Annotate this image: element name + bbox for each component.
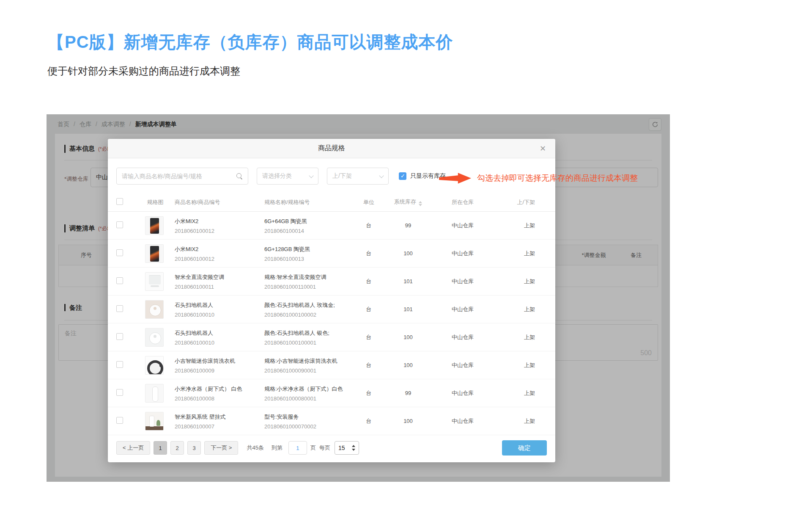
search-icon[interactable]: [236, 173, 243, 179]
page-button-2[interactable]: 2: [170, 441, 184, 455]
warehouse-value: 中山仓库: [431, 362, 494, 369]
shelf-status-value: 上架: [494, 222, 547, 229]
row-checkbox[interactable]: [116, 221, 123, 228]
page-buttons: 123: [154, 441, 204, 455]
spec-name: 颜色:石头扫地机器人 银色;: [264, 329, 347, 337]
product-spec-modal: 商品规格 ✕ 请选择分类 上/下架 只显示有库存 规格图 商品名称/商品编号 规…: [108, 139, 555, 462]
thumbnail-cell: [136, 384, 175, 403]
row-checkbox[interactable]: [116, 361, 123, 368]
stock-value: 99: [385, 222, 431, 229]
row-checkbox[interactable]: [116, 417, 123, 424]
unit-value: 台: [352, 306, 385, 313]
per-page-label: 每页: [319, 444, 330, 452]
product-cell: 小米净水器（厨下式） 白色 2018060100008: [175, 385, 264, 402]
stock-value: 100: [385, 362, 431, 368]
thumbnail-cell: [136, 244, 175, 263]
product-thumbnail: [145, 412, 164, 431]
col-unit: 单位: [352, 199, 385, 206]
prev-page-button[interactable]: < 上一页: [116, 441, 150, 455]
row-checkbox-cell: [116, 361, 136, 369]
shelf-status-value: 上架: [494, 250, 547, 257]
product-name: 智米新风系统 壁挂式: [175, 413, 264, 421]
spec-name: 规格:小米净水器（厨下式）白色: [264, 385, 347, 393]
thumbnail-cell: [136, 300, 175, 319]
thumbnail-cell: [136, 412, 175, 431]
page-subtitle: 便于针对部分未采购过的商品进行成本调整: [47, 64, 240, 78]
row-checkbox[interactable]: [116, 249, 123, 256]
chevron-down-icon: [379, 173, 384, 178]
unit-value: 台: [352, 389, 385, 397]
confirm-button[interactable]: 确定: [502, 440, 547, 456]
stock-value: 101: [385, 278, 431, 284]
col-stock: 系统库存: [394, 199, 416, 205]
chevron-down-icon: [309, 173, 313, 178]
product-thumbnail: [145, 300, 164, 319]
row-checkbox-cell: [116, 249, 136, 257]
spec-code: 2018060100013: [264, 256, 347, 262]
thumbnail-cell: [136, 356, 175, 375]
product-cell: 小吉智能迷你滚筒洗衣机 2018060100009: [175, 357, 264, 374]
product-name: 小米MIX2: [175, 217, 264, 225]
spec-code: 20180601000080001: [264, 395, 347, 402]
row-checkbox[interactable]: [116, 333, 123, 340]
spec-cell: 规格:智米全直流变频空调 20180601000110001: [264, 273, 352, 290]
product-thumbnail: [145, 272, 164, 291]
unit-value: 台: [352, 417, 385, 425]
product-name: 小米净水器（厨下式） 白色: [175, 385, 264, 393]
goto-page-input[interactable]: [288, 441, 307, 455]
close-icon[interactable]: ✕: [537, 139, 549, 158]
table-row: 小米MIX2 2018060100012 6G+128GB 陶瓷黑 201806…: [108, 240, 555, 268]
next-page-button[interactable]: 下一页 >: [204, 441, 238, 455]
shelf-status-value: 上架: [494, 362, 547, 369]
warehouse-value: 中山仓库: [431, 417, 494, 425]
product-name: 小米MIX2: [175, 245, 264, 253]
col-warehouse: 所在仓库: [431, 199, 494, 206]
stock-value: 101: [385, 306, 431, 312]
product-thumbnail: [145, 244, 164, 263]
spec-cell: 型号:安装服务 20180601000070002: [264, 413, 352, 430]
spec-name: 规格:小吉智能迷你滚筒洗衣机: [264, 357, 347, 365]
product-cell: 石头扫地机器人 2018060100010: [175, 329, 264, 346]
table-row: 智米新风系统 壁挂式 2018060100007 型号:安装服务 2018060…: [108, 407, 555, 435]
row-checkbox[interactable]: [116, 389, 123, 396]
shelf-status-value: 上架: [494, 417, 547, 425]
col-stock-sort[interactable]: 系统库存: [385, 198, 431, 206]
page-button-1[interactable]: 1: [154, 441, 167, 455]
category-select[interactable]: 请选择分类: [257, 168, 318, 185]
modal-title: 商品规格: [318, 144, 345, 153]
row-checkbox-cell: [116, 277, 136, 285]
thumbnail-cell: [136, 272, 175, 291]
stock-value: 100: [385, 250, 431, 257]
product-thumbnail: [145, 384, 164, 403]
spec-code: 20180601000070002: [264, 423, 347, 430]
row-checkbox[interactable]: [116, 305, 123, 312]
spec-name: 规格:智米全直流变频空调: [264, 273, 347, 281]
select-all-checkbox[interactable]: [116, 198, 123, 205]
product-code: 2018060100012: [175, 256, 264, 262]
per-page-select[interactable]: 15: [335, 441, 359, 455]
sort-icon[interactable]: [419, 201, 422, 206]
page-title: 【PC版】新增无库存（负库存）商品可以调整成本价: [47, 30, 453, 54]
row-checkbox[interactable]: [116, 277, 123, 284]
spec-cell: 6G+128GB 陶瓷黑 2018060100013: [264, 245, 352, 262]
spec-name: 型号:安装服务: [264, 413, 347, 421]
table-row: 石头扫地机器人 2018060100010 颜色:石头扫地机器人 玫瑰金; 20…: [108, 295, 555, 323]
table-row: 小吉智能迷你滚筒洗衣机 2018060100009 规格:小吉智能迷你滚筒洗衣机…: [108, 351, 555, 379]
product-thumbnail: [145, 356, 164, 375]
page-button-3[interactable]: 3: [187, 441, 201, 455]
search-input[interactable]: [117, 168, 248, 184]
product-cell: 石头扫地机器人 2018060100010: [175, 301, 264, 318]
stock-value: 99: [385, 390, 431, 396]
table-row: 石头扫地机器人 2018060100010 颜色:石头扫地机器人 银色; 201…: [108, 323, 555, 351]
stock-filter-checkbox[interactable]: [399, 172, 406, 180]
product-cell: 智米新风系统 壁挂式 2018060100007: [175, 413, 264, 430]
product-name: 石头扫地机器人: [175, 329, 264, 337]
annotation-text: 勾选去掉即可选择无库存的商品进行成本调整: [477, 173, 638, 184]
col-image: 规格图: [136, 199, 175, 206]
select-all-cell: [116, 198, 136, 206]
total-count: 共45条: [247, 444, 263, 452]
annotation: 勾选去掉即可选择无库存的商品进行成本调整: [439, 172, 638, 185]
thumbnail-cell: [136, 328, 175, 347]
table-row: 小米MIX2 2018060100012 6G+64GB 陶瓷黑 2018060…: [108, 212, 555, 240]
shelf-status-select[interactable]: 上/下架: [327, 168, 389, 185]
